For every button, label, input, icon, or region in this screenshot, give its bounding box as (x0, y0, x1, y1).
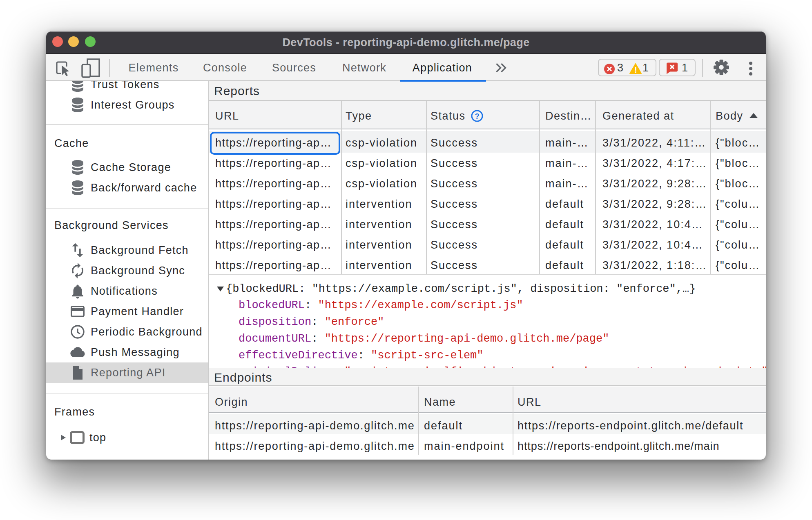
svg-text:?: ? (475, 112, 480, 120)
